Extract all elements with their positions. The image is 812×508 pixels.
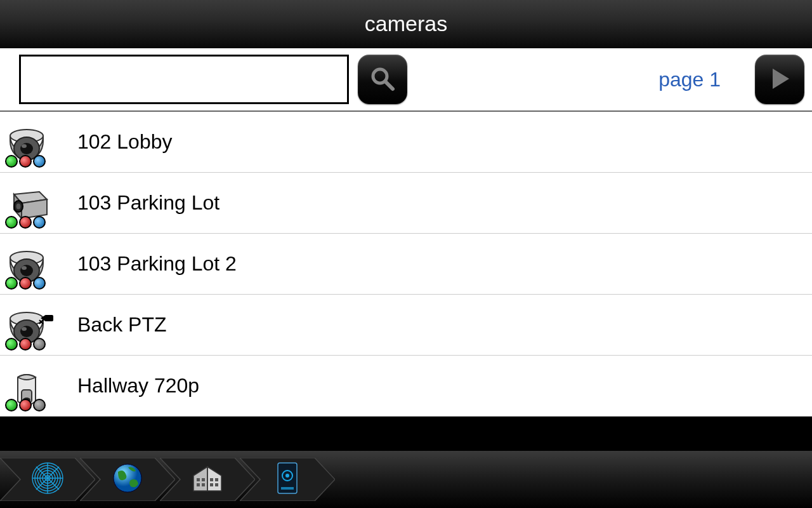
camera-list: 102 Lobby 103 Parking Lot 103 Parking Lo… (0, 112, 812, 417)
status-led (5, 399, 18, 411)
fingerprint-icon (30, 461, 65, 498)
server-icon (277, 462, 298, 497)
status-leds (5, 277, 46, 290)
play-icon (766, 65, 793, 94)
svg-point-6 (22, 144, 27, 148)
breadcrumb-nav (0, 451, 812, 508)
svg-rect-46 (215, 478, 218, 481)
camera-icon (5, 178, 62, 229)
status-led (5, 277, 18, 290)
status-led (19, 277, 32, 290)
status-led (33, 338, 46, 351)
svg-rect-42 (202, 478, 205, 481)
svg-marker-39 (193, 467, 207, 491)
camera-icon (5, 361, 62, 411)
svg-rect-47 (210, 483, 213, 486)
camera-label: 102 Lobby (77, 130, 172, 154)
camera-icon (5, 300, 62, 351)
camera-row[interactable]: Hallway 720p (0, 356, 812, 417)
camera-row[interactable]: 102 Lobby (0, 112, 812, 173)
svg-rect-43 (197, 483, 200, 486)
status-led (19, 155, 32, 168)
status-leds (5, 216, 46, 229)
search-input[interactable] (19, 55, 349, 104)
page-title: cameras (365, 11, 447, 36)
svg-line-1 (385, 81, 393, 89)
search-icon (369, 65, 396, 94)
svg-marker-2 (773, 69, 789, 89)
status-led (33, 277, 46, 290)
camera-row[interactable]: Back PTZ (0, 295, 812, 356)
svg-rect-44 (202, 483, 205, 486)
svg-rect-20 (44, 315, 53, 321)
camera-row[interactable]: 103 Parking Lot (0, 173, 812, 234)
camera-label: 103 Parking Lot 2 (77, 252, 237, 276)
svg-point-52 (285, 474, 289, 478)
svg-rect-45 (210, 478, 213, 481)
svg-point-15 (22, 266, 27, 270)
status-led (5, 216, 18, 229)
status-led (19, 216, 32, 229)
svg-rect-53 (281, 487, 294, 490)
status-led (33, 399, 46, 411)
status-leds (5, 155, 46, 168)
title-bar: cameras (0, 0, 812, 48)
status-led (19, 399, 32, 411)
page-indicator: page 1 (658, 68, 721, 91)
status-led (5, 338, 18, 351)
camera-label: Back PTZ (77, 313, 166, 337)
camera-label: 103 Parking Lot (77, 191, 219, 215)
next-page-button[interactable] (755, 55, 804, 104)
globe-icon (112, 462, 143, 497)
status-led (33, 155, 46, 168)
camera-icon (5, 239, 62, 290)
svg-point-14 (20, 265, 33, 276)
building-icon (191, 463, 224, 496)
breadcrumb-server[interactable] (240, 458, 335, 501)
status-led (19, 338, 32, 351)
svg-point-19 (22, 327, 27, 331)
svg-rect-48 (215, 483, 218, 486)
status-led (5, 155, 18, 168)
status-leds (5, 399, 46, 411)
svg-point-36 (114, 464, 141, 492)
svg-point-18 (20, 326, 33, 337)
status-led (33, 216, 46, 229)
camera-icon (5, 117, 62, 168)
status-leds (5, 338, 46, 351)
svg-point-5 (20, 143, 33, 154)
search-button[interactable] (358, 55, 407, 104)
camera-row[interactable]: 103 Parking Lot 2 (0, 234, 812, 295)
svg-point-11 (16, 203, 21, 209)
search-row: page 1 (0, 48, 812, 112)
camera-label: Hallway 720p (77, 374, 199, 398)
svg-rect-41 (197, 478, 200, 481)
